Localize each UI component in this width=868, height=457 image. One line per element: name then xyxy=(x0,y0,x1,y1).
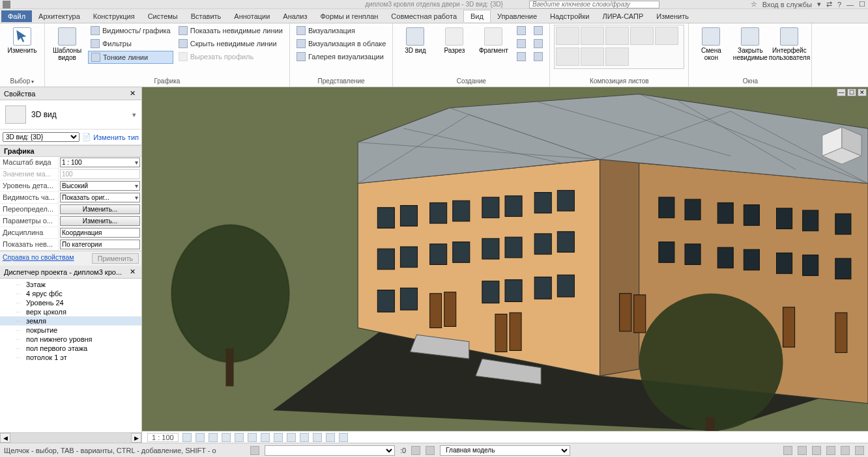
sheet-thumb[interactable] xyxy=(655,27,678,45)
tab-annotate[interactable]: Аннотации xyxy=(227,10,276,22)
drag-elements-icon[interactable] xyxy=(841,446,850,455)
view-templates-button[interactable]: Шаблоны видов xyxy=(49,25,85,64)
status-combo-1[interactable] xyxy=(265,445,395,456)
constraints-icon[interactable] xyxy=(339,433,348,442)
close-hidden-button[interactable]: Закрыть невидимые xyxy=(732,25,768,64)
legend-button[interactable] xyxy=(531,38,545,49)
detail-level-icon[interactable] xyxy=(182,433,192,442)
tree-item-selected[interactable]: земля xyxy=(0,316,141,325)
sun-path-icon[interactable] xyxy=(209,433,218,442)
render-gallery-button[interactable]: Галерея визуализации xyxy=(294,51,389,62)
group-graphics[interactable]: Графика xyxy=(0,145,141,157)
tab-view[interactable]: Вид xyxy=(463,10,491,22)
browser-tree[interactable]: 3этаж 4 ярус фбс Уровень 24 верх цоколя … xyxy=(0,279,141,432)
properties-close-icon[interactable]: ✕ xyxy=(128,89,137,98)
tab-structure[interactable]: Конструкция xyxy=(87,10,141,22)
help-icon[interactable]: ? xyxy=(837,1,841,8)
tab-modify[interactable]: Изменить xyxy=(650,10,695,22)
tree-item[interactable]: покрытие xyxy=(0,325,141,335)
sheet-thumb[interactable] xyxy=(581,27,604,45)
tree-item[interactable]: 4 ярус фбс xyxy=(0,289,141,298)
filters-button[interactable]: Фильтры xyxy=(88,38,173,49)
hide-isolate-icon[interactable] xyxy=(287,433,296,442)
prop-detail-value[interactable]: Высокий xyxy=(60,181,140,191)
tab-architecture[interactable]: Архитектура xyxy=(32,10,87,22)
sched-button[interactable] xyxy=(531,51,545,62)
crop-icon[interactable] xyxy=(248,433,257,442)
sheet-gallery[interactable] xyxy=(554,25,684,69)
filter-icon[interactable] xyxy=(855,446,864,455)
edit-type-button[interactable]: 📄 Изменить тип xyxy=(82,133,139,141)
prop-override-button[interactable]: Изменить... xyxy=(60,204,140,214)
rendering-icon[interactable] xyxy=(235,433,244,442)
tab-massing[interactable]: Формы и генплан xyxy=(313,10,384,22)
elev-button[interactable] xyxy=(514,38,528,49)
view-instance-selector[interactable]: 3D вид: {3D} xyxy=(3,132,80,142)
view-maximize-icon[interactable]: ☐ xyxy=(847,89,856,96)
panel-select[interactable]: Выбор xyxy=(4,76,40,87)
modify-button[interactable]: Изменить xyxy=(4,25,40,57)
login-link[interactable]: Вход в службы xyxy=(762,1,812,8)
visual-style-icon[interactable] xyxy=(195,433,205,442)
status-exclude-icon[interactable] xyxy=(426,446,435,455)
dup-button[interactable] xyxy=(531,25,545,36)
tree-item[interactable]: пол первого этажа xyxy=(0,344,141,353)
tab-analyze[interactable]: Анализ xyxy=(276,10,313,22)
status-combo-model[interactable]: Главная модель xyxy=(440,445,570,456)
worksharing-icon[interactable] xyxy=(313,433,322,442)
hide-hidden-button[interactable]: Скрыть невидимые линии xyxy=(176,38,285,49)
render-cloud-button[interactable]: Визуализация в облаке xyxy=(294,38,389,49)
tab-systems[interactable]: Системы xyxy=(141,10,184,22)
browser-close-icon[interactable]: ✕ xyxy=(128,268,137,276)
tab-file[interactable]: Файл xyxy=(1,10,32,22)
maximize-icon[interactable]: ☐ xyxy=(859,0,865,8)
left-hscroll[interactable]: ◀ ▶ xyxy=(0,432,141,443)
analytical-icon[interactable] xyxy=(326,433,335,442)
exchange-icon[interactable]: ⇄ xyxy=(826,0,832,8)
prop-params-button[interactable]: Изменить... xyxy=(60,216,140,226)
render-button[interactable]: Визуализация xyxy=(294,25,389,36)
status-tool-icon[interactable] xyxy=(250,446,259,455)
tree-item[interactable]: потолок 1 эт xyxy=(0,353,141,362)
sheet-thumb[interactable] xyxy=(630,27,654,45)
tab-collab[interactable]: Совместная работа xyxy=(384,10,463,22)
switch-windows-button[interactable]: Смена окон xyxy=(693,25,729,64)
minimize-icon[interactable]: — xyxy=(846,1,854,8)
tab-addins[interactable]: Надстройки xyxy=(543,10,596,22)
user-interface-button[interactable]: Интерфейс пользователя xyxy=(771,25,807,64)
properties-help-link[interactable]: Справка по свойствам xyxy=(3,253,74,264)
type-selector[interactable]: 3D вид ▾ xyxy=(0,100,141,130)
section-button[interactable]: Разрез xyxy=(436,25,472,57)
3d-view-button[interactable]: 3D вид xyxy=(397,25,433,57)
tree-item[interactable]: верх цоколя xyxy=(0,307,141,316)
scroll-left-icon[interactable]: ◀ xyxy=(0,433,10,443)
tree-item[interactable]: Уровень 24 xyxy=(0,298,141,307)
thin-lines-button[interactable]: Тонкие линии xyxy=(88,51,173,64)
tree-item[interactable]: 3этаж xyxy=(0,280,141,289)
app-menu-icon[interactable] xyxy=(3,1,10,8)
favorite-icon[interactable]: ☆ xyxy=(751,0,757,8)
select-underlay-icon[interactable] xyxy=(798,446,807,455)
status-design-options-icon[interactable] xyxy=(411,446,420,455)
draft-button[interactable] xyxy=(514,51,528,62)
select-links-icon[interactable] xyxy=(783,446,792,455)
plan-button[interactable] xyxy=(514,25,528,36)
callout-button[interactable]: Фрагмент xyxy=(475,25,512,57)
view-minimize-icon[interactable]: — xyxy=(837,89,846,96)
prop-vis-value[interactable]: Показать ориг... xyxy=(60,193,140,202)
tab-lira[interactable]: ЛИРА-САПР xyxy=(596,10,650,22)
login-dropdown-icon[interactable]: ▾ xyxy=(817,0,821,8)
apply-button[interactable]: Применить xyxy=(92,253,139,264)
select-face-icon[interactable] xyxy=(826,446,835,455)
view-scale[interactable]: 1 : 100 xyxy=(147,433,179,442)
sheet-thumb[interactable] xyxy=(556,27,579,45)
visibility-graphics-button[interactable]: Видимость/ графика xyxy=(88,25,173,36)
scroll-right-icon[interactable]: ▶ xyxy=(131,433,141,443)
sheet-thumb[interactable] xyxy=(605,48,629,66)
prop-disc-value[interactable]: Координация xyxy=(60,228,140,238)
sheet-thumb[interactable] xyxy=(605,27,629,45)
sheet-thumb[interactable] xyxy=(581,48,604,66)
view-close-icon[interactable]: ✕ xyxy=(858,89,867,96)
select-pinned-icon[interactable] xyxy=(812,446,821,455)
viewport[interactable]: — ☐ ✕ xyxy=(142,87,868,431)
